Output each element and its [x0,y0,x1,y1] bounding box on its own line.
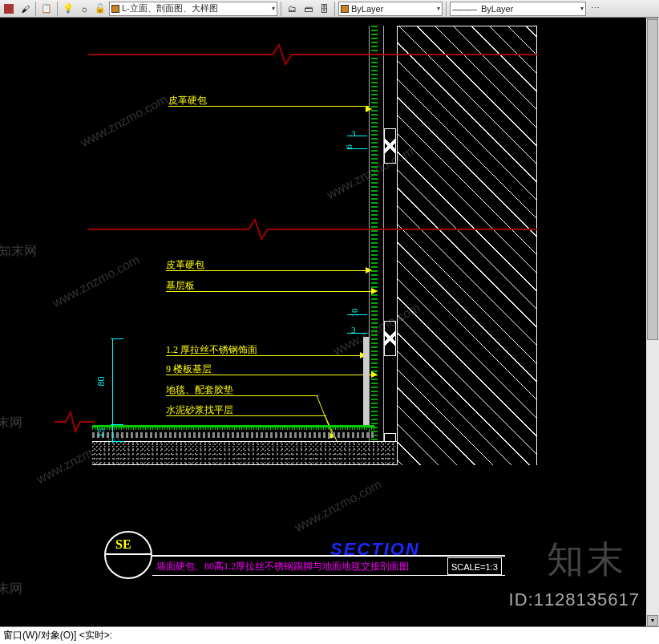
dim-text: 80 [95,377,107,387]
command-line[interactable]: 窗口(W)/对象(O)] <实时>: [0,626,659,644]
command-text: 窗口(W)/对象(O)] <实时>: [3,629,112,642]
vertical-scrollbar[interactable]: ▴ ▾ [646,18,659,626]
layer-color-swatch [111,5,119,13]
scroll-down-icon[interactable]: ▾ [647,615,658,626]
carpet-layer [92,425,374,430]
break-line [88,43,545,67]
leader-line [166,375,374,375]
leader-line [166,270,369,271]
break-line [88,218,545,242]
layer-combo-text: L-立面、剖面图、大样图 [122,2,218,14]
layer-combo[interactable]: L-立面、剖面图、大样图 ▾ [109,2,277,16]
dim-line [347,314,367,315]
more-icon[interactable]: ⋯ [588,2,602,16]
leader-line [166,415,326,416]
arrowhead-icon [371,288,379,296]
color-combo[interactable]: ByLayer ▾ [338,2,443,16]
linetype-combo[interactable]: ——— ByLayer ▾ [450,2,586,16]
leader-line [166,291,374,292]
paint-icon[interactable]: 🖌 [18,2,32,16]
dim-line [112,338,113,443]
blocking [384,128,396,164]
linetype-combo-text: ByLayer [481,4,513,14]
watermark: www.znzmo.com [293,477,384,535]
drawing-title: 墙面硬包、80高1.2厚拉丝不锈钢踢脚与地面地毯交接剖面图 [156,560,409,573]
break-line [55,411,95,435]
dim-text: 15 [95,428,107,438]
drawing-canvas[interactable]: www.znzmo.com www.znzmo.com www.znzmo.co… [0,18,659,626]
stainless-skirting [363,337,369,425]
sun-icon[interactable]: ☼ [77,2,91,16]
main-toolbar: 🖌 📋 💡 ☼ 🔓 L-立面、剖面图、大样图 ▾ 🗂 🗃 🗄 ByLayer ▾… [0,0,659,18]
svg-marker-1 [366,267,372,273]
concrete-layer [92,441,397,465]
dim-text: 10 [350,309,359,318]
layer-walk-icon[interactable]: 🗄 [317,2,331,16]
dim-line [347,148,367,149]
color-combo-text: ByLayer [351,4,383,14]
leader-line [168,106,369,107]
watermark-cn: 知末网 [0,243,37,260]
layer-iso-icon[interactable]: 🗃 [301,2,315,16]
dim-ext [111,424,123,425]
dim-ext [111,338,123,339]
chevron-down-icon: ▾ [577,5,584,12]
svg-marker-2 [371,288,378,294]
pad-layer [92,432,374,438]
tag-divider [106,553,151,555]
color-swatch [341,5,349,13]
title-line [152,555,505,557]
leader-line [166,355,363,356]
section-word: SECTION [330,539,420,560]
chevron-down-icon: ▾ [269,5,275,12]
logo-watermark: 知末 [547,535,627,585]
layer-prev-icon[interactable]: 🗂 [285,2,299,16]
arrowhead-icon [371,371,379,379]
scrollbar-thumb[interactable] [647,19,658,340]
arrowhead-icon [366,106,374,114]
dim-ext [111,441,123,442]
scale-box: SCALE=1:3 [447,557,502,575]
watermark-cn: 知末网 [0,581,22,597]
wall-face-line [369,26,370,459]
wall-hatch [397,26,537,465]
title-line-thin [152,575,505,576]
dim-line [347,136,367,136]
watermark: www.znzmo.com [51,253,142,310]
leader-line [166,395,318,396]
dim-text: 3 [351,128,356,138]
bulb-icon[interactable]: 💡 [61,2,75,16]
layer-state-icon[interactable]: 📋 [39,2,54,16]
color-picker-button[interactable] [2,2,16,16]
wall-face-line [383,26,384,464]
section-tag-text: SE [115,537,131,552]
watermark: www.znzmo.com [79,92,170,150]
chevron-down-icon: ▾ [434,5,440,12]
lock-icon[interactable]: 🔓 [93,2,107,16]
svg-marker-4 [371,371,378,378]
arrowhead-icon [366,267,374,275]
scale-text: SCALE=1:3 [451,562,498,572]
watermark-cn: 知末网 [0,415,22,431]
id-label: ID:1128135617 [509,589,640,610]
blocking [384,321,396,356]
dim-line [347,333,367,334]
svg-marker-0 [366,106,372,112]
